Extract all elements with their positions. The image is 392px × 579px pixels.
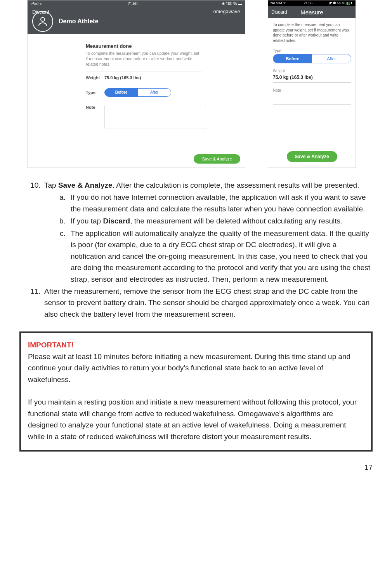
save-analyze-button[interactable]: Save & Analyze [287,151,337,162]
segment-after[interactable]: After [138,89,171,96]
ipad-status-right: ✱ 100 % ▬ [222,2,242,6]
important-callout: IMPORTANT! Please wait at least 10 minut… [19,331,373,452]
type-label: Type [273,49,351,53]
ipad-form: Measurement done To complete the measure… [28,34,245,167]
step-11: After the measurement, remove the sensor… [43,286,373,320]
save-analyze-strong: Save & Analyze [58,181,113,189]
weight-value[interactable]: 75.0 kg (165.3 lbs) [104,75,141,80]
type-segmented-control[interactable]: Before After [273,54,351,63]
discard-button[interactable]: Discard [271,9,287,15]
phone-form: To complete the measurement you can upda… [268,18,356,167]
weight-label: Weight [86,75,104,80]
important-title: IMPORTANT! [28,339,364,351]
weight-row: Weight 75.0 kg (165.3 lbs) [86,72,210,84]
weight-label: Weight [273,69,351,73]
step-10c: The application will automatically analy… [68,228,373,285]
brand-label: omegawave [213,9,240,14]
type-label: Type [86,90,104,95]
step-10-post: . After the calculation is complete, the… [113,181,359,189]
screenshot-row: iPad ᯤ 21.50 ✱ 100 % ▬ Discard omegawave… [16,0,376,168]
phone-status-center: 21.55 [304,1,312,5]
phone-status-left: No SIM ᯤ [271,1,287,5]
phone-nav-bar: Discard Measure [268,6,356,18]
ipad-status-bar: iPad ᯤ 21.50 ✱ 100 % ▬ [28,0,245,7]
discard-strong: Discard [103,217,130,225]
step-10-pre: Tap [44,181,58,189]
type-segmented-control[interactable]: Before After [104,88,171,97]
phone-status-bar: No SIM ᯤ 21.55 ◤ ✱ 55 % ▮▯✦ [268,0,356,6]
athlete-name: Demo Athlete [59,18,99,25]
important-p2: If you maintain a resting position and i… [28,396,364,442]
note-row: Note [86,101,210,133]
phone-desc: To complete the measurement you can upda… [273,22,351,43]
phone-screenshot: No SIM ᯤ 21.55 ◤ ✱ 55 % ▮▯✦ Discard Meas… [268,0,356,168]
document-body: Tap Save & Analyze. After the calculatio… [16,168,376,452]
type-row: Type Before After [86,84,210,101]
discard-button[interactable]: Discard [32,9,49,15]
note-label: Note [86,105,104,110]
svg-point-0 [41,17,45,21]
ipad-status-left: iPad ᯤ [31,2,43,6]
note-input[interactable] [104,105,206,129]
ipad-nav-bar: Discard omegawave Demo Athlete [28,7,245,34]
step-10b-pre: If you tap [71,217,103,225]
step-10b: If you tap Discard, the measurement will… [68,215,373,227]
weight-value[interactable]: 75.0 kg (165.3 lbs) [273,75,351,83]
save-analyze-button[interactable]: Save & Analyze [194,154,240,164]
step-10b-post: , the measurement will be deleted withou… [130,217,342,225]
phone-status-right: ◤ ✱ 55 % ▮▯✦ [330,1,353,5]
measurement-done-desc: To complete the measurement you can upda… [86,51,202,72]
step-10a: If you do not have Internet connection a… [68,192,373,215]
segment-before[interactable]: Before [273,54,312,63]
note-label: Note [273,88,351,92]
segment-after[interactable]: After [312,54,351,63]
ipad-status-center: 21.50 [128,2,137,6]
segment-before[interactable]: Before [105,89,138,96]
page-number: 17 [16,452,376,480]
note-input[interactable] [273,92,351,105]
ipad-screenshot: iPad ᯤ 21.50 ✱ 100 % ▬ Discard omegawave… [27,0,245,168]
step-10: Tap Save & Analyze. After the calculatio… [43,180,373,285]
measurement-done-title: Measurement done [86,43,245,49]
important-p1: Please wait at least 10 minutes before i… [28,351,364,385]
screen-title: Measure [300,9,323,16]
